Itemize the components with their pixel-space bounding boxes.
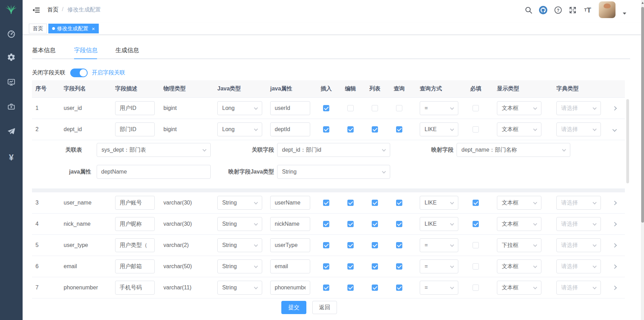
back-button[interactable]: 返回 (312, 301, 337, 314)
required-checkbox[interactable] (473, 242, 479, 248)
java-type-select[interactable]: String (217, 217, 262, 231)
map-field-select[interactable]: dept_name：部门名称 (457, 143, 570, 157)
query-checkbox[interactable] (396, 105, 402, 111)
dict-type-select[interactable]: 请选择 (556, 259, 601, 273)
edit-checkbox[interactable] (347, 285, 354, 291)
field-desc-input[interactable] (115, 101, 155, 115)
money-icon[interactable]: ¥ (7, 153, 16, 162)
query-checkbox[interactable] (396, 263, 402, 270)
association-toggle[interactable] (70, 69, 88, 77)
query-checkbox[interactable] (396, 200, 402, 206)
display-type-select[interactable]: 文本框 (497, 196, 541, 210)
query-checkbox[interactable] (396, 285, 402, 291)
field-desc-input[interactable] (115, 217, 155, 231)
query-checkbox[interactable] (396, 126, 402, 133)
search-icon[interactable] (524, 6, 533, 15)
expand-row-icon[interactable] (612, 264, 617, 269)
github-icon[interactable] (539, 6, 548, 15)
query-mode-select[interactable]: = (420, 101, 458, 115)
field-desc-input[interactable] (115, 281, 155, 295)
java-attr-input[interactable] (270, 217, 310, 231)
java-type-select[interactable]: String (217, 259, 262, 273)
fullscreen-icon[interactable] (568, 6, 577, 15)
field-desc-input[interactable] (115, 259, 155, 273)
tag-current[interactable]: 修改生成配置 × (48, 24, 99, 33)
java-attr-input[interactable] (270, 101, 310, 115)
list-checkbox[interactable] (372, 200, 378, 206)
submit-button[interactable]: 提交 (281, 301, 306, 314)
query-mode-select[interactable]: = (420, 259, 458, 273)
edit-checkbox[interactable] (347, 126, 354, 133)
java-type-select[interactable]: String (217, 196, 262, 210)
user-avatar[interactable] (599, 1, 615, 18)
display-type-select[interactable]: 下拉框 (497, 238, 541, 252)
required-checkbox[interactable] (473, 126, 479, 133)
required-checkbox[interactable] (473, 285, 479, 291)
dict-type-select[interactable]: 请选择 (556, 196, 601, 210)
breadcrumb-home[interactable]: 首页 (47, 6, 58, 14)
send-icon[interactable] (7, 127, 16, 136)
query-mode-select[interactable]: LIKE (420, 217, 458, 231)
sidebar-collapse-icon[interactable] (32, 6, 40, 14)
insert-checkbox[interactable] (323, 263, 329, 270)
display-type-select[interactable]: 文本框 (497, 259, 541, 273)
dict-type-select[interactable]: 请选择 (556, 101, 601, 115)
tag-home[interactable]: 首页 (29, 24, 47, 33)
tag-close-icon[interactable]: × (92, 26, 95, 31)
expand-row-icon[interactable] (612, 127, 617, 132)
expand-row-icon[interactable] (612, 201, 617, 205)
relation-field-select[interactable]: dept_id：部门id (277, 143, 390, 157)
page-scrollbar-thumb[interactable] (641, 7, 644, 223)
java-type-select[interactable]: Long (217, 101, 262, 115)
help-icon[interactable]: ? (554, 6, 563, 15)
java-attr-input[interactable] (270, 122, 310, 136)
font-size-icon[interactable]: TT (583, 6, 592, 15)
display-type-select[interactable]: 文本框 (497, 217, 541, 231)
list-checkbox[interactable] (372, 285, 378, 291)
app-logo-icon[interactable] (4, 3, 18, 17)
insert-checkbox[interactable] (323, 126, 329, 133)
query-checkbox[interactable] (396, 242, 402, 248)
scrollbar-up-arrow-icon[interactable] (642, 2, 644, 4)
java-type-select[interactable]: String (217, 281, 262, 295)
dict-type-select[interactable]: 请选择 (556, 122, 601, 136)
display-type-select[interactable]: 文本框 (497, 281, 541, 295)
expand-row-icon[interactable] (612, 106, 617, 111)
expand-row-icon[interactable] (612, 243, 617, 248)
list-checkbox[interactable] (372, 221, 378, 227)
settings-icon[interactable] (7, 53, 16, 62)
insert-checkbox[interactable] (323, 285, 329, 291)
java-attr-input[interactable] (270, 259, 310, 273)
insert-checkbox[interactable] (323, 200, 329, 206)
table-scrollbar-thumb[interactable] (626, 99, 629, 183)
field-desc-input[interactable] (115, 196, 155, 210)
monitor-icon[interactable] (7, 78, 16, 87)
relation-table-select[interactable]: sys_dept：部门表 (97, 143, 211, 157)
expand-row-icon[interactable] (612, 222, 617, 226)
required-checkbox[interactable] (473, 221, 479, 227)
field-desc-input[interactable] (115, 122, 155, 136)
required-checkbox[interactable] (473, 105, 479, 111)
list-checkbox[interactable] (372, 105, 378, 111)
edit-checkbox[interactable] (347, 200, 354, 206)
display-type-select[interactable]: 文本框 (497, 122, 541, 136)
query-mode-select[interactable]: = (420, 281, 458, 295)
java-attr-input[interactable] (270, 196, 310, 210)
map-java-type-select[interactable]: String (277, 165, 390, 179)
user-dropdown-caret-icon[interactable] (623, 13, 626, 15)
dict-type-select[interactable]: 请选择 (556, 238, 601, 252)
tab-generate-info[interactable]: 生成信息 (115, 45, 139, 58)
edit-checkbox[interactable] (347, 263, 354, 270)
java-type-select[interactable]: Long (217, 122, 262, 136)
insert-checkbox[interactable] (323, 242, 329, 248)
insert-checkbox[interactable] (323, 105, 329, 111)
tab-basic-info[interactable]: 基本信息 (32, 45, 56, 58)
query-mode-select[interactable]: LIKE (420, 196, 458, 210)
query-mode-select[interactable]: LIKE (420, 122, 458, 136)
java-attr-input[interactable] (270, 238, 310, 252)
dashboard-icon[interactable] (7, 30, 16, 38)
dict-type-select[interactable]: 请选择 (556, 281, 601, 295)
required-checkbox[interactable] (473, 263, 479, 270)
query-checkbox[interactable] (396, 221, 402, 227)
edit-checkbox[interactable] (347, 242, 354, 248)
